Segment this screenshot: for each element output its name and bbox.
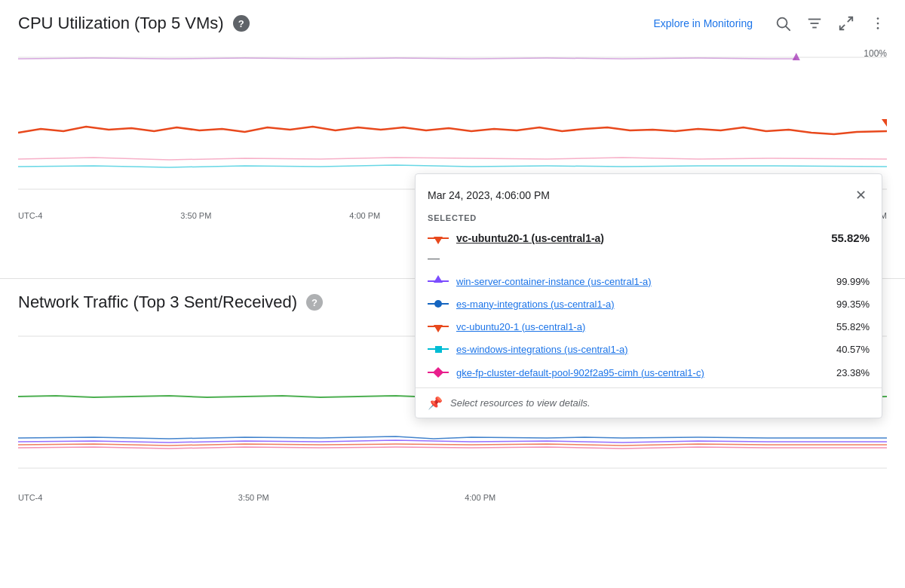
cpu-explore-link[interactable]: Explore in Monitoring: [653, 17, 753, 29]
tooltip-footer: 📌 Select resources to view details.: [416, 387, 882, 418]
tooltip-row-name-4: es-windows-integrations (us-central1-a): [456, 344, 821, 355]
svg-marker-12: [882, 119, 887, 127]
tooltip-row-4[interactable]: es-windows-integrations (us-central1-a) …: [416, 338, 882, 360]
tooltip-row-name-2: es-many-integrations (us-central1-a): [456, 299, 821, 310]
tooltip-row-3[interactable]: vc-ubuntu20-1 (us-central1-a) 55.82%: [416, 315, 882, 338]
selected-marker: [428, 232, 449, 244]
tooltip-selected-name[interactable]: vc-ubuntu20-1 (us-central1-a): [456, 232, 604, 244]
tooltip-row-name-5: gke-fp-cluster-default-pool-902f2a95-cim…: [456, 367, 821, 378]
svg-marker-30: [434, 325, 443, 332]
cpu-panel-title: CPU Utilization (Top 5 VMs): [18, 14, 224, 33]
tooltip-selected-row: vc-ubuntu20-1 (us-central1-a) 55.82%: [416, 225, 882, 250]
tooltip-footer-text: Select resources to view details.: [450, 397, 591, 409]
marker-circle-blue: [428, 298, 449, 310]
net-x-utc4: UTC-4: [18, 493, 42, 502]
more-icon[interactable]: [869, 14, 887, 32]
tooltip-row-value-1: 99.99%: [828, 276, 870, 287]
cpu-header-icons: [774, 14, 887, 32]
tooltip-row-1[interactable]: win-server-container-instance (us-centra…: [416, 270, 882, 292]
tooltip-row-value-3: 55.82%: [828, 321, 870, 332]
tooltip-row-name-1: win-server-container-instance (us-centra…: [456, 276, 821, 287]
cpu-help-icon[interactable]: ?: [233, 15, 250, 32]
filter-icon[interactable]: [805, 14, 824, 32]
tooltip-selected-value: 55.82%: [831, 231, 870, 244]
x-label-utc4: UTC-4: [18, 211, 42, 220]
net-x-400: 4:00 PM: [465, 493, 495, 502]
svg-point-7: [877, 17, 879, 20]
svg-point-8: [877, 23, 879, 25]
tooltip-row-value-5: 23.38%: [828, 367, 870, 378]
svg-rect-32: [435, 346, 442, 353]
svg-line-5: [848, 17, 852, 22]
svg-line-6: [840, 25, 845, 29]
pin-icon: 📌: [428, 396, 443, 410]
main-container: CPU Utilization (Top 5 VMs) ? Explore in…: [0, 0, 905, 588]
tooltip-row-5[interactable]: gke-fp-cluster-default-pool-902f2a95-cim…: [416, 360, 882, 384]
marker-square-teal: [428, 343, 449, 355]
marker-diamond-magenta: [428, 366, 449, 379]
network-panel-title: Network Traffic (Top 3 Sent/Received): [18, 292, 297, 312]
tooltip-popup: Mar 24, 2023, 4:06:00 PM ✕ SELECTED vc-u…: [415, 173, 882, 418]
tooltip-row-value-2: 99.35%: [828, 299, 870, 310]
tooltip-datetime: Mar 24, 2023, 4:06:00 PM: [428, 189, 550, 201]
svg-point-9: [877, 27, 879, 29]
search-icon[interactable]: [774, 14, 792, 32]
tooltip-row-2[interactable]: es-many-integrations (us-central1-a) 99.…: [416, 292, 882, 315]
network-x-labels: UTC-4 3:50 PM 4:00 PM: [18, 490, 887, 502]
svg-point-28: [434, 300, 442, 308]
tooltip-dash: —: [416, 250, 882, 270]
tooltip-close-button[interactable]: ✕: [851, 186, 870, 204]
tooltip-section-label: SELECTED: [416, 210, 882, 225]
tooltip-row-value-4: 40.57%: [828, 344, 870, 355]
marker-triangle-down-orange-2: [428, 320, 449, 332]
cpu-panel-header: CPU Utilization (Top 5 VMs) ? Explore in…: [0, 0, 905, 42]
tooltip-rows: win-server-container-instance (us-centra…: [416, 270, 882, 384]
svg-rect-34: [433, 367, 443, 378]
svg-marker-26: [434, 275, 443, 283]
net-x-350: 3:50 PM: [238, 493, 269, 502]
svg-marker-24: [434, 237, 443, 244]
cpu-100-label: 100%: [864, 48, 887, 59]
x-label-400: 4:00 PM: [349, 211, 380, 220]
x-label-350: 3:50 PM: [180, 211, 211, 220]
marker-triangle-up-purple: [428, 275, 449, 287]
tooltip-header: Mar 24, 2023, 4:06:00 PM ✕: [416, 174, 882, 210]
fullscreen-icon[interactable]: [837, 14, 855, 32]
svg-line-1: [786, 26, 790, 30]
tooltip-row-name-3: vc-ubuntu20-1 (us-central1-a): [456, 321, 821, 332]
network-help-icon[interactable]: ?: [306, 294, 323, 311]
